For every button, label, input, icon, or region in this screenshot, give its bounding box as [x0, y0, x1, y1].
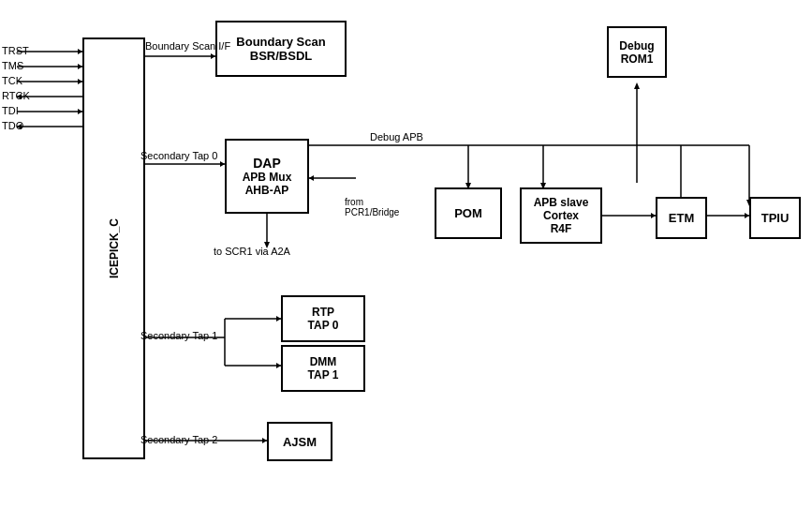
icepick-label: ICEPICK_C [108, 218, 121, 278]
dap-label1: DAP [253, 156, 281, 171]
from-pcr1-label: fromPCR1/Bridge [345, 197, 399, 217]
dap-block: DAP APB Mux AHB-AP [225, 139, 309, 214]
debug-rom-label2: ROM1 [621, 52, 654, 66]
icepick-block: ICEPICK_C [82, 37, 145, 459]
ajsm-label: AJSM [283, 435, 317, 449]
dmm-label1: DMM [310, 355, 337, 368]
diagram: TRST TMS TCK RTCK TDI TDO ICEPICK_C Boun… [0, 0, 812, 509]
dap-label3: AHB-AP [245, 184, 289, 197]
etm-label: ETM [669, 211, 694, 225]
ajsm-block: AJSM [267, 422, 332, 461]
debug-apb-label: Debug APB [370, 131, 423, 142]
pom-label: POM [454, 206, 482, 220]
dmm-block: DMM TAP 1 [281, 345, 365, 392]
boundary-scan-label1: Boundary Scan [236, 35, 325, 49]
pom-block: POM [435, 187, 502, 239]
tdi-label: TDI [2, 105, 19, 116]
trst-label: TRST [2, 45, 29, 56]
boundary-scan-if-label: Boundary Scan I/F [145, 40, 230, 52]
rtp-label2: TAP 0 [308, 319, 339, 332]
tdo-label: TDO [2, 120, 23, 131]
apb-slave-label3: R4F [551, 222, 572, 235]
etm-block: ETM [656, 197, 707, 239]
apb-slave-label1: APB slave [534, 196, 589, 209]
rtp-block: RTP TAP 0 [281, 295, 365, 342]
tpiu-block: TPIU [749, 197, 801, 239]
rtp-label1: RTP [312, 306, 334, 319]
boundary-scan-label2: BSR/BSDL [250, 49, 312, 63]
dmm-label2: TAP 1 [308, 368, 339, 382]
tpiu-label: TPIU [761, 211, 790, 225]
secondary-tap-1-label: Secondary Tap 1 [140, 330, 217, 341]
svg-marker-18 [634, 82, 640, 89]
apb-slave-block: APB slave Cortex R4F [520, 187, 602, 244]
debug-rom-block: Debug ROM1 [607, 26, 667, 78]
to-scr1-label: to SCR1 via A2A [214, 246, 290, 257]
boundary-scan-block: Boundary Scan BSR/BSDL [215, 21, 347, 77]
apb-slave-label2: Cortex [543, 209, 579, 222]
dap-label2: APB Mux [243, 171, 292, 184]
debug-rom-label1: Debug [619, 39, 654, 52]
secondary-tap-0-label: Secondary Tap 0 [140, 150, 217, 161]
tms-label: TMS [2, 60, 23, 71]
rtck-label: RTCK [2, 90, 30, 101]
tck-label: TCK [2, 75, 22, 86]
secondary-tap-2-label: Secondary Tap 2 [140, 434, 217, 445]
svg-marker-41 [309, 175, 314, 181]
